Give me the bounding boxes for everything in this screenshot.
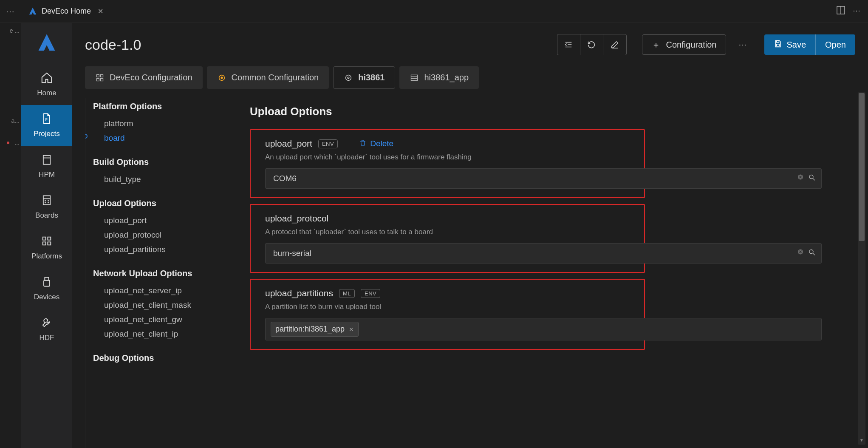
tab-common-configuration[interactable]: Common Configuration	[207, 66, 329, 89]
svg-rect-5	[43, 196, 50, 205]
tab-hi3861[interactable]: hi3861	[333, 66, 395, 89]
strip-label-3: ...	[0, 139, 21, 146]
plus-icon: ＋	[652, 39, 660, 51]
open-button[interactable]: Open	[815, 34, 855, 55]
options-tree: Platform Options platform board Build Op…	[85, 98, 229, 448]
tree-item-upload-protocol[interactable]: upload_protocol	[93, 228, 219, 242]
svg-point-35	[809, 175, 813, 179]
form-panel: Upload Options upload_port ENV Delete	[229, 98, 868, 448]
svg-rect-21	[777, 40, 779, 42]
sidebar-item-devices[interactable]: Devices	[21, 268, 72, 309]
clear-icon[interactable]	[797, 249, 804, 258]
svg-point-28	[221, 77, 223, 79]
svg-rect-13	[43, 242, 46, 245]
option-desc: An upload port which `uploader` tool use…	[265, 153, 644, 162]
tree-section-network-upload-options: Network Upload Options	[93, 269, 219, 278]
option-title: upload_protocol	[265, 213, 328, 224]
chip-remove-icon[interactable]: ✕	[349, 326, 354, 333]
scrollbar-down-icon[interactable]: ▼	[858, 438, 865, 445]
deveco-logo-icon	[28, 7, 37, 16]
sidebar-item-projects[interactable]: P Projects	[21, 105, 72, 146]
sidebar-label: Home	[37, 89, 56, 97]
activity-ellipsis: ⋯	[0, 0, 21, 23]
edit-button[interactable]	[603, 34, 626, 55]
tree-item-upload-net-server-ip[interactable]: upload_net_server_ip	[93, 284, 219, 298]
sidebar-label: Projects	[34, 130, 59, 138]
tree-section-debug-options: Debug Options	[93, 353, 219, 363]
svg-rect-11	[43, 237, 46, 240]
upload-partitions-chips[interactable]: partition:hi3861_app ✕	[265, 318, 822, 340]
svg-point-8	[48, 201, 48, 201]
tree-item-build-type[interactable]: build_type	[93, 172, 219, 187]
target-icon	[217, 73, 226, 82]
vertical-scrollbar[interactable]: ▲ ▼	[858, 92, 865, 445]
svg-point-38	[809, 250, 813, 254]
add-configuration-button[interactable]: ＋ Configuration	[642, 34, 727, 55]
option-title: upload_partitions	[265, 288, 333, 298]
tree-item-platform[interactable]: platform	[93, 116, 219, 131]
tab-deveco-configuration[interactable]: DevEco Configuration	[85, 66, 203, 89]
save-button[interactable]: Save	[764, 34, 815, 55]
outdent-button[interactable]	[557, 34, 580, 55]
ml-badge: ML	[339, 289, 355, 298]
partition-chip[interactable]: partition:hi3861_app ✕	[271, 322, 359, 337]
tree-item-upload-port[interactable]: upload_port	[93, 213, 219, 228]
svg-rect-22	[777, 44, 780, 46]
search-icon[interactable]	[808, 249, 816, 258]
split-editor-icon[interactable]	[837, 6, 845, 17]
editor-tab-bar: ⋯ DevEco Home ✕ ⋯	[0, 0, 868, 23]
editor-tab-deveco-home[interactable]: DevEco Home ✕	[21, 0, 110, 23]
tree-section-platform-options: Platform Options	[93, 102, 219, 111]
sidebar-item-boards[interactable]: Boards	[21, 187, 72, 227]
tree-item-upload-net-client-ip[interactable]: upload_net_client_ip	[93, 327, 219, 341]
add-configuration-label: Configuration	[666, 40, 717, 50]
upload-protocol-input[interactable]	[265, 243, 822, 264]
form-heading: Upload Options	[250, 105, 851, 118]
refresh-button[interactable]	[580, 34, 603, 55]
save-icon	[774, 40, 782, 50]
search-icon[interactable]	[808, 174, 816, 184]
svg-rect-3	[43, 156, 50, 164]
grid-small-icon	[95, 73, 105, 82]
env-badge: ENV	[318, 139, 338, 148]
tree-section-upload-options: Upload Options	[93, 198, 219, 208]
tab-label: Common Configuration	[232, 73, 319, 82]
svg-rect-26	[101, 78, 103, 81]
scrollbar-thumb[interactable]	[859, 93, 865, 241]
tree-item-board[interactable]: board	[93, 131, 219, 145]
tree-item-upload-partitions[interactable]: upload_partitions	[93, 242, 219, 257]
sidebar-item-platforms[interactable]: Platforms	[21, 227, 72, 268]
more-icon[interactable]: ⋯	[853, 6, 860, 17]
tree-item-upload-net-client-gw[interactable]: upload_net_client_gw	[93, 312, 219, 327]
sidebar-label: Boards	[35, 211, 58, 220]
svg-point-30	[348, 77, 349, 79]
close-icon[interactable]: ✕	[98, 7, 103, 15]
far-left-strip: e ... a... ...	[0, 23, 21, 448]
tab-label: DevEco Configuration	[110, 73, 192, 82]
delete-button[interactable]: Delete	[359, 139, 393, 149]
sidebar-label: HDF	[40, 334, 54, 342]
sidebar-item-hpm[interactable]: HPM	[21, 146, 72, 187]
tab-hi3861-app[interactable]: hi3861_app	[399, 66, 479, 89]
calculator-icon	[40, 193, 54, 207]
sidebar-label: Devices	[34, 293, 59, 301]
svg-rect-23	[97, 74, 99, 77]
sidebar-item-home[interactable]: Home	[21, 64, 72, 105]
option-title: upload_port	[265, 139, 312, 149]
upload-port-input[interactable]	[265, 168, 822, 189]
strip-label-2: a...	[0, 117, 21, 124]
clear-icon[interactable]	[797, 174, 804, 184]
sidebar-item-hdf[interactable]: HDF	[21, 309, 72, 350]
tab-label: hi3861_app	[424, 73, 469, 82]
svg-rect-12	[48, 237, 51, 240]
tree-item-upload-net-client-mask[interactable]: upload_net_client_mask	[93, 298, 219, 312]
svg-text:P: P	[45, 118, 48, 122]
tab-label: hi3861	[358, 73, 385, 82]
deveco-sidebar-logo-icon	[36, 32, 58, 56]
option-desc: A protocol that `uploader` tool uses to …	[265, 228, 644, 236]
svg-rect-24	[101, 74, 103, 77]
svg-line-36	[813, 179, 815, 181]
more-actions-button[interactable]: ⋯	[736, 40, 749, 50]
toolbar-icon-group	[557, 34, 627, 55]
svg-rect-16	[44, 281, 50, 286]
